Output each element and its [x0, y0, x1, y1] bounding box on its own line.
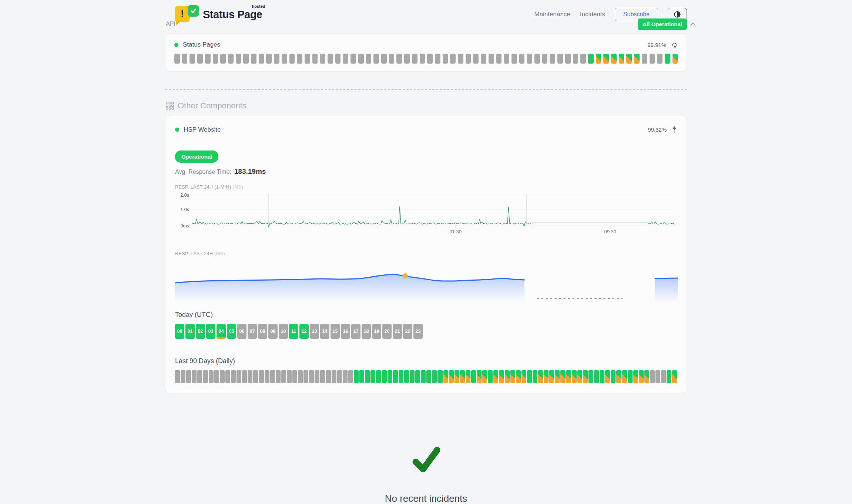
- daily-uptime-bar-green[interactable]: [388, 370, 392, 383]
- daily-uptime-bar-split[interactable]: [577, 370, 582, 383]
- daily-uptime-bar-green[interactable]: [415, 370, 420, 383]
- daily-uptime-bar-gray[interactable]: [203, 370, 208, 383]
- uptime-bar-gray[interactable]: [197, 54, 203, 64]
- uptime-bar-gray[interactable]: [580, 54, 586, 64]
- daily-uptime-bar-gray[interactable]: [248, 370, 252, 383]
- hour-box-23[interactable]: 23: [413, 324, 423, 339]
- uptime-bar-gray[interactable]: [550, 54, 555, 64]
- hour-box-07[interactable]: 07: [248, 324, 257, 339]
- hour-box-09[interactable]: 09: [268, 324, 278, 339]
- daily-uptime-bar-split[interactable]: [538, 370, 543, 383]
- all-operational-badge[interactable]: All Operational: [638, 18, 687, 30]
- uptime-bar-gray[interactable]: [458, 54, 463, 64]
- daily-uptime-bar-green[interactable]: [471, 370, 476, 383]
- daily-uptime-bar-split[interactable]: [460, 370, 465, 383]
- daily-uptime-bar-green[interactable]: [432, 370, 437, 383]
- hour-box-15[interactable]: 15: [331, 324, 340, 339]
- uptime-bar-gray[interactable]: [189, 54, 195, 64]
- daily-uptime-bar-gray[interactable]: [181, 370, 185, 383]
- hour-box-13[interactable]: 13: [310, 324, 319, 339]
- daily-uptime-bar-split[interactable]: [516, 370, 521, 383]
- daily-uptime-bar-split[interactable]: [639, 370, 644, 383]
- daily-uptime-bar-split[interactable]: [583, 370, 588, 383]
- uptime-bar-gray[interactable]: [213, 54, 218, 64]
- hour-box-03[interactable]: 03: [206, 324, 215, 339]
- uptime-bar-gray[interactable]: [289, 54, 295, 64]
- daily-uptime-bar-gray[interactable]: [259, 370, 264, 383]
- daily-uptime-bar-gray[interactable]: [343, 370, 348, 383]
- daily-uptime-bar-gray[interactable]: [292, 370, 297, 383]
- daily-uptime-bar-gray[interactable]: [655, 370, 660, 383]
- daily-uptime-bar-split[interactable]: [521, 370, 526, 383]
- uptime-bar-gray[interactable]: [174, 54, 180, 64]
- uptime-bar-gray[interactable]: [366, 54, 372, 64]
- daily-uptime-bar-gray[interactable]: [661, 370, 666, 383]
- hour-box-11[interactable]: 11: [289, 324, 298, 339]
- uptime-bar-green[interactable]: [665, 54, 670, 64]
- uptime-bar-gray[interactable]: [496, 54, 502, 64]
- daily-uptime-bar-green[interactable]: [600, 370, 604, 383]
- daily-uptime-bar-green[interactable]: [365, 370, 370, 383]
- uptime-bar-gray[interactable]: [358, 54, 364, 64]
- refresh-icon[interactable]: [671, 42, 678, 48]
- response-time-hour-chart[interactable]: [175, 259, 678, 307]
- daily-uptime-bar-gray[interactable]: [298, 370, 303, 383]
- hour-box-10[interactable]: 10: [279, 324, 288, 339]
- daily-uptime-bar-gray[interactable]: [270, 370, 275, 383]
- daily-uptime-bar-gray[interactable]: [287, 370, 292, 383]
- daily-uptime-bar-gray[interactable]: [309, 370, 314, 383]
- uptime-bar-gray[interactable]: [266, 54, 272, 64]
- hour-box-02[interactable]: 02: [196, 324, 205, 339]
- hour-box-16[interactable]: 16: [341, 324, 350, 339]
- hour-box-12[interactable]: 12: [299, 324, 309, 339]
- daily-uptime-bar-green[interactable]: [393, 370, 398, 383]
- daily-uptime-bar-split[interactable]: [454, 370, 459, 383]
- daily-uptime-bar-split[interactable]: [510, 370, 515, 383]
- daily-uptime-bar-split[interactable]: [644, 370, 649, 383]
- daily-uptime-bar-green[interactable]: [359, 370, 364, 383]
- uptime-bar-gray[interactable]: [251, 54, 256, 64]
- daily-uptime-bar-gray[interactable]: [225, 370, 230, 383]
- uptime-bar-gray[interactable]: [389, 54, 395, 64]
- uptime-bar-gray[interactable]: [220, 54, 226, 64]
- uptime-bar-gray[interactable]: [542, 54, 548, 64]
- daily-uptime-bar-green[interactable]: [354, 370, 359, 383]
- uptime-bar-gray[interactable]: [343, 54, 348, 64]
- response-time-minute-chart[interactable]: 2.0s1.0s0ms01:3009:30: [175, 193, 678, 235]
- daily-uptime-bar-split[interactable]: [555, 370, 560, 383]
- daily-uptime-bar-split[interactable]: [549, 370, 554, 383]
- daily-uptime-bar-gray[interactable]: [320, 370, 325, 383]
- uptime-bar-split[interactable]: [634, 54, 640, 64]
- daily-uptime-bar-green[interactable]: [426, 370, 431, 383]
- daily-uptime-bar-split[interactable]: [477, 370, 482, 383]
- hour-box-19[interactable]: 19: [372, 324, 381, 339]
- uptime-bar-gray[interactable]: [396, 54, 402, 64]
- uptime-bar-split[interactable]: [619, 54, 624, 64]
- daily-uptime-bar-gray[interactable]: [265, 370, 269, 383]
- daily-uptime-bar-split[interactable]: [449, 370, 454, 383]
- daily-uptime-bar-split[interactable]: [505, 370, 510, 383]
- daily-uptime-bar-green[interactable]: [611, 370, 615, 383]
- daily-uptime-bar-gray[interactable]: [197, 370, 202, 383]
- hour-box-17[interactable]: 17: [351, 324, 360, 339]
- hour-box-04[interactable]: 04: [217, 324, 226, 339]
- chevron-up-icon[interactable]: [689, 21, 697, 27]
- daily-uptime-bar-green[interactable]: [382, 370, 386, 383]
- uptime-bar-gray[interactable]: [489, 54, 494, 64]
- uptime-bar-gray[interactable]: [282, 54, 287, 64]
- uptime-bar-green[interactable]: [588, 54, 594, 64]
- uptime-bar-gray[interactable]: [305, 54, 310, 64]
- daily-uptime-bar-green[interactable]: [437, 370, 442, 383]
- daily-uptime-bar-gray[interactable]: [209, 370, 214, 383]
- uptime-bar-gray[interactable]: [236, 54, 241, 64]
- uptime-bar-gray[interactable]: [404, 54, 410, 64]
- daily-uptime-bar-gray[interactable]: [214, 370, 219, 383]
- daily-uptime-bar-split[interactable]: [482, 370, 487, 383]
- hour-box-00[interactable]: 00: [175, 324, 184, 339]
- daily-uptime-bar-gray[interactable]: [175, 370, 180, 383]
- daily-uptime-bar-green[interactable]: [533, 370, 537, 383]
- uptime-bar-gray[interactable]: [312, 54, 318, 64]
- daily-uptime-bar-gray[interactable]: [253, 370, 258, 383]
- daily-uptime-bar-gray[interactable]: [281, 370, 286, 383]
- uptime-bar-gray[interactable]: [274, 54, 279, 64]
